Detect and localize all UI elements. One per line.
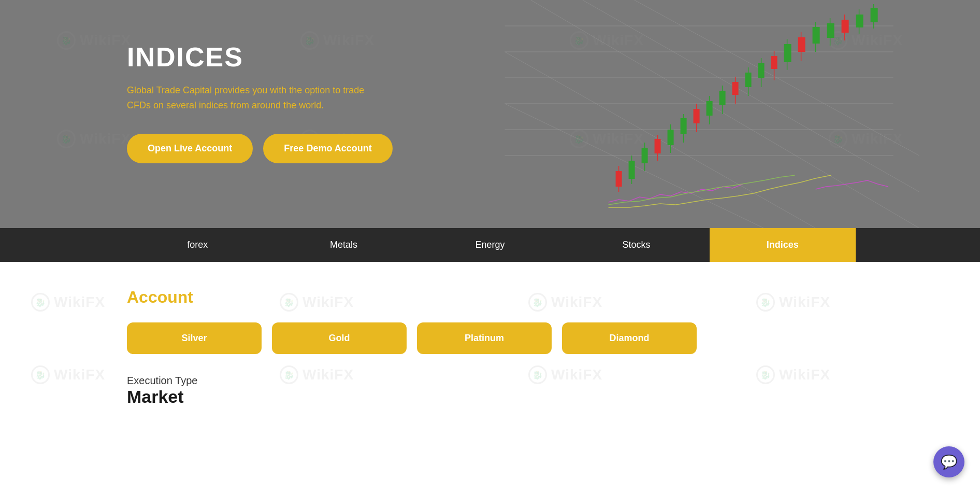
account-type-buttons: Silver Gold Platinum Diamond bbox=[127, 322, 853, 354]
main-content: 🐉 WikiFX 🐉 WikiFX 🐉 WikiFX 🐉 WikiFX 🐉 Wi… bbox=[0, 262, 980, 428]
execution-type-label: Execution Type bbox=[127, 375, 853, 387]
chat-button[interactable]: 💬 bbox=[933, 446, 964, 477]
hero-buttons: Open Live Account Free Demo Account bbox=[127, 134, 980, 163]
hero-section: 🐉 WikiFX 🐉 WikiFX 🐉 WikiFX 🐉 WikiFX 🐉 Wi… bbox=[0, 0, 980, 228]
hero-subtitle: Global Trade Capital provides you with t… bbox=[127, 83, 386, 113]
execution-section: Execution Type Market bbox=[127, 375, 853, 407]
account-gold-button[interactable]: Gold bbox=[272, 322, 407, 354]
account-diamond-button[interactable]: Diamond bbox=[562, 322, 697, 354]
hero-content: INDICES Global Trade Capital provides yo… bbox=[0, 0, 980, 163]
free-demo-account-button[interactable]: Free Demo Account bbox=[263, 134, 392, 163]
tab-forex[interactable]: forex bbox=[124, 228, 270, 262]
tab-metals[interactable]: Metals bbox=[270, 228, 416, 262]
nav-tabs: forex Metals Energy Stocks Indices bbox=[0, 228, 980, 262]
tab-energy[interactable]: Energy bbox=[417, 228, 563, 262]
svg-rect-12 bbox=[615, 171, 622, 187]
svg-rect-14 bbox=[628, 161, 635, 179]
hero-title: INDICES bbox=[127, 41, 980, 73]
open-live-account-button[interactable]: Open Live Account bbox=[127, 134, 253, 163]
account-section-title: Account bbox=[127, 288, 853, 307]
execution-type-value: Market bbox=[127, 387, 853, 407]
tab-indices[interactable]: Indices bbox=[710, 228, 856, 262]
account-silver-button[interactable]: Silver bbox=[127, 322, 262, 354]
account-platinum-button[interactable]: Platinum bbox=[417, 322, 552, 354]
tab-stocks[interactable]: Stocks bbox=[563, 228, 709, 262]
chat-icon: 💬 bbox=[941, 454, 957, 470]
